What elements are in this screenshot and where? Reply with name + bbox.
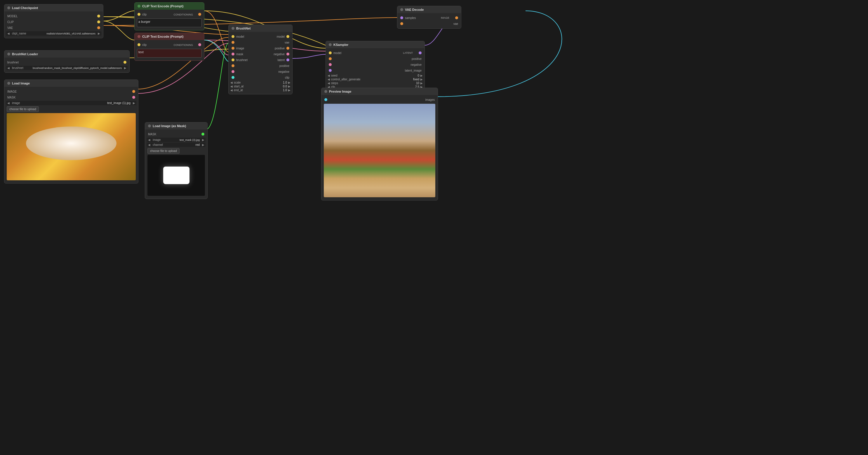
bn-vae-in[interactable] <box>231 41 235 44</box>
steps-left-arrow[interactable]: ◀ <box>328 82 330 85</box>
brushnet-header: BrushNet <box>228 25 292 32</box>
bn-positive-in[interactable] <box>231 64 235 67</box>
bn-model-in[interactable] <box>231 35 235 38</box>
mask-image-right[interactable]: ▶ <box>201 138 206 142</box>
scale-right-arrow[interactable]: ▶ <box>288 81 290 84</box>
bn-vae-row: vae <box>228 39 292 45</box>
seed-left-arrow[interactable]: ◀ <box>328 74 330 77</box>
conditioning-output-port[interactable] <box>198 13 201 16</box>
start-at-value: 0.0 <box>278 85 287 88</box>
port-vae-row: VAE <box>4 25 103 31</box>
ckpt-left-arrow[interactable]: ◀ <box>6 31 11 36</box>
start-at-label: start_at <box>234 85 277 88</box>
clip-label: CLIP <box>7 21 14 24</box>
positive-prompt-text[interactable]: a burger <box>137 19 202 27</box>
load-image-header: Load Image <box>4 80 138 87</box>
bn-latent-out[interactable] <box>286 58 289 61</box>
ks-model-in[interactable] <box>329 51 332 54</box>
mask-output-port[interactable] <box>132 96 135 99</box>
channel-left[interactable]: ◀ <box>147 143 152 147</box>
bn-mask-in[interactable] <box>231 53 235 56</box>
image-right-arrow[interactable]: ▶ <box>132 101 136 105</box>
ks-negative-in[interactable] <box>329 63 332 66</box>
steps-right-arrow[interactable]: ▶ <box>421 82 423 85</box>
negative-prompt-text[interactable]: text <box>137 49 202 58</box>
control-left-arrow[interactable]: ◀ <box>328 78 330 81</box>
image-output-port[interactable] <box>132 90 135 93</box>
ks-latent-image-in[interactable] <box>329 69 332 72</box>
scale-slider: ◀ scale 1.0 ▶ <box>230 81 290 84</box>
bn-image-in[interactable] <box>231 47 235 50</box>
vae-decode-title: VAE Decode <box>405 8 424 11</box>
mask-out-label: MASK <box>7 96 16 99</box>
control-right-arrow[interactable]: ▶ <box>421 78 423 81</box>
scale-left-arrow[interactable]: ◀ <box>230 81 233 84</box>
image-left-arrow[interactable]: ◀ <box>6 101 11 105</box>
image-out-label: IMAGE <box>7 90 17 93</box>
bn-clip-label: clip <box>285 76 289 79</box>
seed-right-arrow[interactable]: ▶ <box>421 74 423 77</box>
channel-value: red <box>176 143 201 147</box>
pi-images-label: images <box>425 98 435 102</box>
seed-row: ◀ seed 0 ▶ <box>328 74 423 77</box>
ks-positive-in[interactable] <box>329 57 332 60</box>
mask-out-row: MASK <box>4 94 138 100</box>
burger-preview <box>324 104 435 197</box>
ckpt-name-value: realisticVisionV60B1_v51VAE.safetensors <box>45 32 97 36</box>
bn-image-row: image positive <box>228 45 292 51</box>
vd-image-out[interactable] <box>455 17 458 19</box>
vd-samples-in[interactable] <box>400 17 403 19</box>
conditioning-neg-output-port[interactable] <box>198 43 201 46</box>
clip-negative-title: CLIP Text Encode (Prompt) <box>142 35 183 38</box>
end-at-label: end_at <box>234 89 277 92</box>
brushnet-out-label: brushnet <box>7 61 19 64</box>
choose-file-button[interactable]: choose file to upload <box>7 106 39 112</box>
ks-negative-label: negative <box>410 63 422 66</box>
start-at-left-arrow[interactable]: ◀ <box>230 85 233 88</box>
pi-images-in[interactable] <box>324 98 327 101</box>
brushnet-right-arrow[interactable]: ▶ <box>123 66 128 70</box>
ks-latent-out[interactable] <box>419 51 422 54</box>
ks-model-row: model LATENT <box>326 50 425 56</box>
bn-negative-in[interactable] <box>231 70 235 73</box>
clip-in-label: clip <box>142 13 147 16</box>
steps-value: 10 <box>410 82 419 85</box>
vd-vae-in[interactable] <box>400 22 403 25</box>
mask-choose-file-button[interactable]: choose file to upload <box>148 148 180 154</box>
ckpt-right-arrow[interactable]: ▶ <box>97 31 101 36</box>
vae-label: VAE <box>7 26 13 30</box>
bn-clip-in[interactable] <box>231 76 235 79</box>
ks-latent-image-row: latent_image <box>326 67 425 73</box>
end-at-left-arrow[interactable]: ◀ <box>230 89 233 92</box>
node-dot <box>148 124 151 127</box>
cake-preview <box>7 113 136 180</box>
mask-image-value: test_mask (3).jpg <box>176 138 201 142</box>
bn-brushnet-in[interactable] <box>231 58 235 61</box>
clip-output-port[interactable] <box>97 21 100 23</box>
bn-positive-out[interactable] <box>286 47 289 50</box>
node-dot <box>7 6 10 9</box>
mask-image-left[interactable]: ◀ <box>147 138 152 142</box>
clip-neg-input-port[interactable] <box>137 43 141 46</box>
scale-label: scale <box>234 81 277 84</box>
brushnet-loader-node: BrushNet Loader brushnet ◀ brushnet brus… <box>4 50 130 73</box>
brushnet-output-port[interactable] <box>124 61 126 64</box>
brushnet-left-arrow[interactable]: ◀ <box>6 66 11 70</box>
end-at-right-arrow[interactable]: ▶ <box>288 89 290 92</box>
bn-model-out[interactable] <box>286 35 289 38</box>
scale-value: 1.0 <box>278 81 287 84</box>
vae-output-port[interactable] <box>97 26 100 29</box>
vd-samples-row: samples IMAGE <box>397 15 461 21</box>
node-dot <box>231 27 235 30</box>
bn-model-out-label: model <box>277 35 285 38</box>
node-dot <box>329 43 332 46</box>
channel-right[interactable]: ▶ <box>201 143 206 147</box>
clip-input-port[interactable] <box>137 13 141 16</box>
brushnet-loader-header: BrushNet Loader <box>4 51 129 58</box>
image-file-label: image <box>11 101 71 105</box>
model-output-port[interactable] <box>97 15 100 18</box>
start-at-right-arrow[interactable]: ▶ <box>288 85 290 88</box>
mask-output-port2[interactable] <box>202 133 205 136</box>
bn-negative-out[interactable] <box>286 53 289 56</box>
clip-positive-node: CLIP Text Encode (Prompt) clip CONDITION… <box>134 2 205 30</box>
